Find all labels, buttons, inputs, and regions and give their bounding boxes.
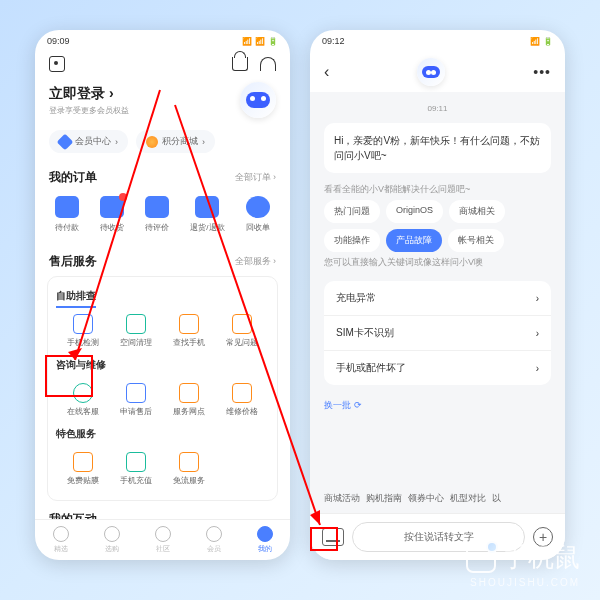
message-time: 09:11 [310, 100, 565, 117]
order-recycle[interactable]: 回收单 [246, 196, 270, 233]
faq-sim[interactable]: SIM卡不识别› [324, 316, 551, 351]
member-center-pill[interactable]: 会员中心 › [49, 130, 128, 153]
service-more[interactable]: 全部服务 › [235, 255, 277, 268]
free-data[interactable]: 免流服务 [163, 452, 216, 486]
tab-member[interactable]: 会员 [206, 526, 222, 554]
back-button[interactable]: ‹ [324, 63, 329, 81]
chip-account[interactable]: 帐号相关 [448, 229, 504, 252]
quick-compare[interactable]: 机型对比 [450, 492, 486, 505]
tab-shop[interactable]: 选购 [104, 526, 120, 554]
faq-charge[interactable]: 充电异常› [324, 281, 551, 316]
status-icons: 📶📶🔋 [242, 37, 278, 46]
login-title[interactable]: 立即登录 › [49, 85, 129, 103]
faq[interactable]: 常见问题 [216, 314, 269, 348]
quick-activity[interactable]: 商城活动 [324, 492, 360, 505]
space-clean[interactable]: 空间清理 [109, 314, 162, 348]
phone-right: 09:12 📶🔋 ‹ ••• 09:11 Hi，亲爱的V粉，新年快乐！有什么问题… [310, 30, 565, 560]
selfcheck-label: 自助排查 [56, 289, 96, 308]
suggestion-intro: 看看全能的小V都能解决什么问题吧~ [310, 179, 565, 200]
more-button[interactable]: ••• [533, 64, 551, 80]
keyboard-icon[interactable] [322, 528, 344, 546]
repair-price[interactable]: 维修价格 [216, 383, 269, 417]
chip-hot[interactable]: 热门问题 [324, 200, 380, 223]
quick-more[interactable]: 以 [492, 492, 501, 505]
status-time: 09:09 [47, 36, 70, 46]
orders-more[interactable]: 全部订单 › [235, 171, 277, 184]
keyword-hint: 您可以直接输入关键词或像这样问小V噢 [310, 252, 565, 273]
consult-label: 咨询与维修 [56, 358, 106, 377]
status-icons: 📶🔋 [530, 37, 553, 46]
support-icon[interactable] [260, 57, 276, 71]
recharge[interactable]: 手机充值 [109, 452, 162, 486]
free-film[interactable]: 免费贴膜 [56, 452, 109, 486]
orders-title: 我的订单 [49, 169, 97, 186]
special-label: 特色服务 [56, 427, 96, 446]
quick-guide[interactable]: 购机指南 [366, 492, 402, 505]
status-bar: 09:12 📶🔋 [310, 30, 565, 52]
tab-featured[interactable]: 精选 [53, 526, 69, 554]
order-return[interactable]: 退货/退款 [190, 196, 224, 233]
status-bar: 09:09 📶📶🔋 [35, 30, 290, 52]
apply-aftersale[interactable]: 申请售后 [109, 383, 162, 417]
watermark-logo-icon [466, 543, 496, 573]
bot-avatar [417, 58, 445, 86]
avatar[interactable] [240, 82, 276, 118]
diamond-icon [57, 133, 74, 150]
quick-coupon[interactable]: 领券中心 [408, 492, 444, 505]
cart-icon[interactable] [232, 57, 248, 71]
order-pending-pay[interactable]: 待付款 [55, 196, 79, 233]
order-pending-receive[interactable]: 待收货 [100, 196, 124, 233]
points-mall-pill[interactable]: 积分商城 › [136, 130, 215, 153]
status-time: 09:12 [322, 36, 345, 46]
tab-community[interactable]: 社区 [155, 526, 171, 554]
refresh-button[interactable]: 换一批 ⟳ [310, 393, 565, 418]
settings-icon[interactable] [49, 56, 65, 72]
chip-fault[interactable]: 产品故障 [386, 229, 442, 252]
find-phone[interactable]: 查找手机 [163, 314, 216, 348]
watermark: 手机鼠 SHOUJISHU.COM [466, 540, 580, 588]
service-point[interactable]: 服务网点 [163, 383, 216, 417]
coin-icon [146, 136, 158, 148]
order-pending-review[interactable]: 待评价 [145, 196, 169, 233]
chip-function[interactable]: 功能操作 [324, 229, 380, 252]
tab-mine[interactable]: 我的 [257, 526, 273, 554]
login-subtitle: 登录享受更多会员权益 [49, 105, 129, 116]
chip-originos[interactable]: OriginOS [386, 200, 443, 223]
service-title: 售后服务 [49, 253, 97, 270]
interact-title: 我的互动 [49, 511, 97, 519]
faq-broken[interactable]: 手机或配件坏了› [324, 351, 551, 385]
chip-mall[interactable]: 商城相关 [449, 200, 505, 223]
online-service[interactable]: 在线客服 [56, 383, 109, 417]
phone-left: 09:09 📶📶🔋 立即登录 › 登录享受更多会员权益 会员中心 › 积分商城 … [35, 30, 290, 560]
phone-check[interactable]: 手机检测 [56, 314, 109, 348]
greeting-bubble: Hi，亲爱的V粉，新年快乐！有什么问题，不妨问问小V吧~ [324, 123, 551, 173]
